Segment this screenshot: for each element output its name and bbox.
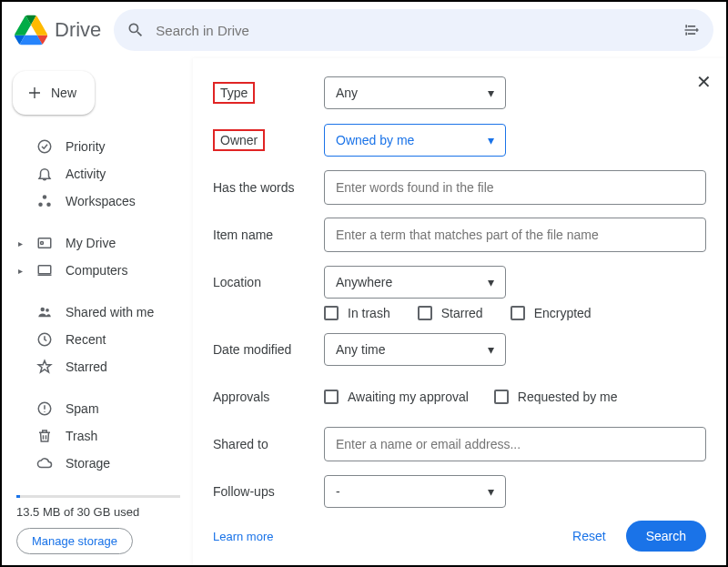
owner-select[interactable]: Owned by me ▾ (324, 124, 506, 157)
expand-icon[interactable]: ▸ (18, 238, 24, 248)
sidebar-item-label: Spam (66, 401, 99, 416)
shared-to-label: Shared to (213, 437, 324, 451)
workspaces-icon (36, 193, 53, 209)
svg-rect-6 (38, 266, 51, 274)
sidebar-item-label: Storage (66, 456, 110, 471)
shared-icon (36, 304, 53, 320)
sidebar-item-spam[interactable]: Spam (13, 395, 184, 422)
app-logo[interactable]: Drive (15, 14, 101, 46)
sidebar-item-label: Shared with me (66, 305, 154, 319)
sidebar-item-label: Activity (66, 167, 106, 181)
app-header: Drive (2, 2, 726, 58)
search-input[interactable] (154, 22, 673, 39)
sidebar-item-activity[interactable]: Activity (13, 160, 184, 187)
my-drive-icon (36, 235, 53, 251)
shared-to-input[interactable] (324, 427, 706, 461)
type-label: Type (213, 82, 324, 104)
in-trash-checkbox[interactable] (324, 306, 339, 320)
encrypted-checkbox[interactable] (511, 306, 525, 320)
sidebar-item-storage[interactable]: Storage (13, 450, 184, 477)
sidebar-item-my-drive[interactable]: ▸ My Drive (13, 229, 184, 257)
sidebar-item-label: Starred (66, 359, 107, 374)
requested-by-me-checkbox[interactable] (494, 390, 509, 404)
star-icon (36, 359, 53, 375)
new-button[interactable]: New (13, 71, 95, 115)
drive-logo-icon (15, 14, 47, 46)
sidebar-item-starred[interactable]: Starred (13, 353, 184, 380)
approvals-label: Approvals (213, 390, 324, 404)
awaiting-approval-checkbox[interactable] (324, 390, 339, 404)
spam-icon (36, 400, 53, 417)
sidebar: New Priority Activity Workspaces (2, 58, 193, 565)
sidebar-item-label: Recent (66, 332, 106, 347)
reset-button[interactable]: Reset (572, 529, 606, 543)
has-words-input[interactable] (324, 170, 706, 205)
plus-icon (27, 84, 42, 102)
svg-point-2 (38, 203, 43, 208)
date-modified-label: Date modified (213, 342, 324, 357)
search-bar[interactable] (114, 9, 713, 51)
followups-label: Follow-ups (213, 484, 324, 499)
chevron-down-icon: ▾ (488, 484, 494, 499)
recent-icon (36, 331, 53, 348)
main-content: ✕ Type Any ▾ Owner Owned by me ▾ (193, 58, 726, 565)
app-name: Drive (55, 18, 101, 42)
followups-select[interactable]: - ▾ (324, 475, 506, 508)
svg-point-3 (46, 203, 51, 208)
svg-point-8 (46, 309, 49, 312)
location-select[interactable]: Anywhere ▾ (324, 266, 506, 299)
item-name-label: Item name (213, 228, 324, 242)
sidebar-item-label: Trash (66, 429, 97, 443)
app-root: Drive New Priority (0, 0, 728, 567)
search-button[interactable]: Search (626, 521, 706, 552)
expand-icon[interactable]: ▸ (18, 266, 24, 276)
sidebar-item-computers[interactable]: ▸ Computers (13, 257, 184, 284)
manage-storage-button[interactable]: Manage storage (16, 528, 133, 554)
storage-text: 13.5 MB of 30 GB used (13, 505, 184, 519)
svg-point-5 (41, 242, 44, 245)
search-options-icon[interactable] (681, 19, 703, 41)
new-button-label: New (51, 86, 76, 100)
chevron-down-icon: ▾ (488, 133, 494, 147)
sidebar-item-label: Workspaces (66, 194, 136, 208)
sidebar-item-priority[interactable]: Priority (13, 133, 184, 160)
advanced-search-panel: ✕ Type Any ▾ Owner Owned by me ▾ (193, 58, 726, 565)
close-icon[interactable]: ✕ (696, 71, 712, 93)
svg-rect-0 (38, 140, 51, 153)
chevron-down-icon: ▾ (488, 86, 494, 100)
storage-bar (16, 495, 180, 498)
item-name-input[interactable] (324, 218, 706, 252)
sidebar-item-label: Computers (66, 263, 127, 278)
sidebar-item-shared[interactable]: Shared with me (13, 299, 184, 326)
learn-more-link[interactable]: Learn more (213, 530, 273, 543)
sidebar-item-recent[interactable]: Recent (13, 326, 184, 353)
sidebar-item-workspaces[interactable]: Workspaces (13, 187, 184, 215)
sidebar-item-label: Priority (66, 139, 106, 154)
chevron-down-icon: ▾ (488, 342, 494, 357)
owner-label: Owner (213, 129, 324, 151)
location-label: Location (213, 275, 324, 289)
sidebar-item-trash[interactable]: Trash (13, 422, 184, 450)
chevron-down-icon: ▾ (488, 275, 494, 289)
sidebar-item-label: My Drive (66, 236, 116, 250)
cloud-icon (36, 455, 53, 471)
type-select[interactable]: Any ▾ (324, 76, 506, 109)
bell-icon (36, 166, 53, 182)
storage-section: 13.5 MB of 30 GB used Manage storage (13, 486, 184, 563)
svg-point-1 (43, 195, 47, 199)
check-circle-icon (36, 138, 53, 155)
has-words-label: Has the words (213, 180, 324, 195)
starred-checkbox[interactable] (418, 306, 432, 320)
date-modified-select[interactable]: Any time ▾ (324, 333, 506, 366)
computers-icon (36, 262, 53, 278)
search-icon[interactable] (125, 19, 147, 41)
trash-icon (36, 428, 53, 444)
svg-point-7 (41, 308, 46, 312)
